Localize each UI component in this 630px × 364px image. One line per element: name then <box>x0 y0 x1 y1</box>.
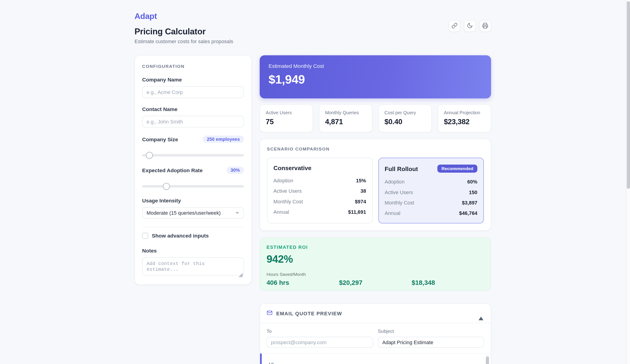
page-scrollbar[interactable] <box>626 0 630 364</box>
notes-textarea[interactable] <box>142 257 244 276</box>
row-label: Monthly Cost <box>274 199 303 204</box>
adoption-rate-slider-thumb[interactable] <box>163 183 170 190</box>
notes-field-group: Notes <box>142 248 244 277</box>
stat-value: $0.40 <box>384 118 426 126</box>
row-label: Annual <box>384 210 400 216</box>
email-quote-preview-label: EMAIL QUOTE PREVIEW <box>276 311 342 316</box>
company-size-field-group: Company Size 250 employees <box>142 136 244 159</box>
stat-label: Monthly Queries <box>325 110 366 115</box>
page-header: Adapt Pricing Calculator Estimate custom… <box>134 12 491 44</box>
adoption-rate-badge: 30% <box>226 167 244 174</box>
page-scrollbar-thumb[interactable] <box>627 1 630 189</box>
page-title: Pricing Calculator <box>134 26 491 36</box>
estimated-monthly-cost-card: Estimated Monthly Cost $1,949 <box>260 55 491 98</box>
email-body-preview[interactable]: Hi, <box>260 353 491 364</box>
triangle-up-icon <box>478 311 484 320</box>
email-body-scrollbar-thumb[interactable] <box>486 357 489 364</box>
stat-card-annual-projection: Annual Projection $23,382 <box>438 105 491 133</box>
contact-name-label: Contact Name <box>142 106 244 112</box>
email-quote-preview-card: EMAIL QUOTE PREVIEW To Subject <box>260 303 491 364</box>
usage-intensity-selected-value: Moderate (15 queries/user/week) <box>146 210 221 216</box>
row-value: 150 <box>469 189 477 195</box>
advanced-inputs-checkbox[interactable] <box>142 233 148 239</box>
advanced-inputs-toggle[interactable]: Show advanced inputs <box>142 233 244 239</box>
resize-handle-icon[interactable] <box>239 272 243 276</box>
roi-metric: $20,297 <box>339 272 412 286</box>
configuration-section-label: CONFIGURATION <box>142 64 244 69</box>
scenario-row: Monthly Cost $3,897 <box>384 200 477 206</box>
contact-name-field-group: Contact Name <box>142 106 244 128</box>
company-name-label: Company Name <box>142 77 244 83</box>
scenario-title: Conservative <box>274 165 312 172</box>
scenario-comparison-label: SCENARIO COMPARISON <box>267 146 484 151</box>
company-name-input[interactable] <box>142 86 244 98</box>
chevron-down-icon <box>235 209 240 216</box>
email-subject-input[interactable] <box>378 337 484 348</box>
usage-intensity-label: Usage Intensity <box>142 197 244 203</box>
estimated-roi-value: 942% <box>266 253 484 265</box>
scenario-row: Adoption 60% <box>384 179 477 185</box>
email-body-scrollbar[interactable] <box>486 355 489 364</box>
email-subject-field-group: Subject <box>378 328 484 348</box>
advanced-inputs-label: Show advanced inputs <box>152 233 209 239</box>
scenario-card-conservative[interactable]: Conservative Adoption 15% Active Users 3… <box>267 158 372 223</box>
slider-track[interactable] <box>142 154 244 156</box>
header-actions <box>448 20 491 32</box>
row-value: $46,764 <box>459 210 478 216</box>
scenario-comparison-card: SCENARIO COMPARISON Conservative Adoptio… <box>260 139 491 231</box>
email-subject-label: Subject <box>378 328 484 334</box>
row-label: Active Users <box>384 189 413 195</box>
company-name-field-group: Company Name <box>142 77 244 98</box>
scenario-card-full-rollout[interactable]: Full Rollout Recommended Adoption 60% Ac… <box>378 158 484 223</box>
roi-metric-value: 406 hrs <box>266 279 339 286</box>
usage-intensity-select[interactable]: Moderate (15 queries/user/week) <box>142 207 244 219</box>
row-label: Active Users <box>274 188 302 194</box>
print-button[interactable] <box>479 20 491 32</box>
stat-label: Annual Projection <box>444 110 485 115</box>
slider-track[interactable] <box>142 185 244 187</box>
stat-value: 4,871 <box>325 118 366 126</box>
company-size-label: Company Size <box>142 136 178 142</box>
printer-icon <box>482 22 488 29</box>
adoption-rate-label: Expected Adoption Rate <box>142 167 203 173</box>
row-value: 15% <box>356 178 366 183</box>
collapse-section-button[interactable] <box>478 310 484 317</box>
contact-name-input[interactable] <box>142 116 244 128</box>
adoption-rate-slider[interactable] <box>142 183 244 190</box>
company-size-slider-thumb[interactable] <box>146 152 153 159</box>
usage-intensity-field-group: Usage Intensity Moderate (15 queries/use… <box>142 197 244 219</box>
scenario-row: Annual $11,691 <box>274 209 366 215</box>
company-size-slider[interactable] <box>142 152 244 159</box>
estimated-roi-card: ESTIMATED ROI 942% Hours Saved/Month 406… <box>260 237 491 291</box>
link-icon <box>452 22 458 29</box>
roi-metric-label <box>412 272 484 277</box>
roi-metric-value: $20,297 <box>339 279 412 286</box>
stat-value: $23,382 <box>444 118 485 126</box>
notes-label: Notes <box>142 248 244 254</box>
recommended-badge: Recommended <box>438 165 478 173</box>
stat-label: Cost per Query <box>384 110 426 115</box>
adoption-rate-field-group: Expected Adoption Rate 30% <box>142 167 244 190</box>
row-value: $974 <box>355 199 366 204</box>
moon-icon <box>467 22 473 29</box>
scenario-row: Active Users 150 <box>384 189 477 195</box>
email-to-input[interactable] <box>266 337 373 348</box>
configuration-panel: CONFIGURATION Company Name Contact Name … <box>134 55 252 285</box>
row-value: 38 <box>360 188 366 194</box>
stat-card-active-users: Active Users 75 <box>260 105 313 133</box>
roi-metric-label <box>339 272 412 277</box>
scenario-row: Annual $46,764 <box>384 210 477 216</box>
stat-card-cost-per-query: Cost per Query $0.40 <box>378 105 432 133</box>
estimated-roi-label: ESTIMATED ROI <box>266 245 484 250</box>
roi-metric-hours-saved: Hours Saved/Month 406 hrs <box>266 272 339 286</box>
row-label: Annual <box>274 209 289 215</box>
dark-mode-button[interactable] <box>464 20 476 32</box>
stats-row: Active Users 75 Monthly Queries 4,871 Co… <box>260 105 491 133</box>
scenario-row: Adoption 15% <box>274 178 366 183</box>
estimated-monthly-cost-label: Estimated Monthly Cost <box>268 63 482 69</box>
copy-link-button[interactable] <box>448 20 460 32</box>
email-body-first-line: Hi, <box>262 354 491 364</box>
scenario-title: Full Rollout <box>384 165 418 172</box>
row-value: $11,691 <box>348 209 366 215</box>
company-size-badge: 250 employees <box>203 136 244 143</box>
